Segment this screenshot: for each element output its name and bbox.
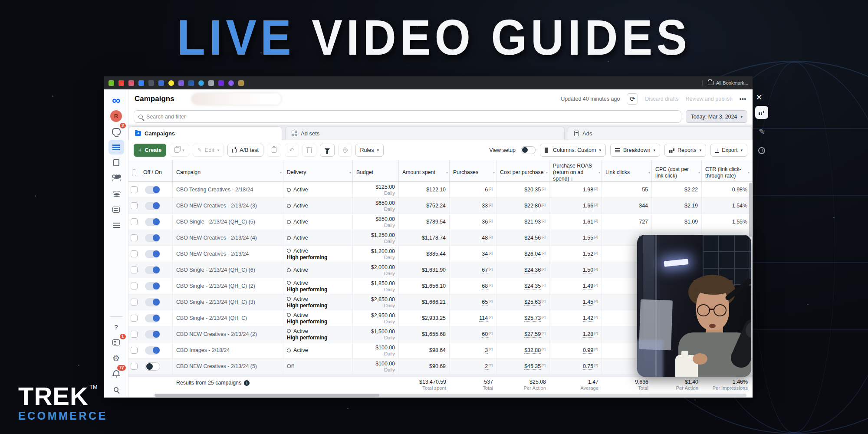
delete-button[interactable] xyxy=(302,144,316,157)
favicon-gmail[interactable] xyxy=(118,80,124,86)
favicon-meta[interactable] xyxy=(138,80,144,86)
edit-rail-button[interactable]: ✎ xyxy=(755,125,768,138)
select-all-checkbox[interactable] xyxy=(132,169,136,176)
discard-drafts-button[interactable]: Discard drafts xyxy=(645,96,678,102)
row-checkbox[interactable] xyxy=(131,234,138,241)
history-rail-button[interactable] xyxy=(755,144,768,157)
favicon-purple-z[interactable] xyxy=(178,80,184,86)
favicon-snapchat[interactable] xyxy=(168,80,174,86)
metric-value[interactable]: 1.28 xyxy=(583,331,593,338)
metric-value[interactable]: 48 xyxy=(482,235,488,241)
favicon-navy-app[interactable] xyxy=(148,80,154,86)
campaign-name-link[interactable]: CBO Single - 2/13/24 (QH_C) (3) xyxy=(176,299,279,305)
column-header-ctr[interactable]: CTR (link click-through rate)▾ xyxy=(702,160,751,185)
reports-button[interactable]: Reports▾ xyxy=(664,144,706,157)
campaign-toggle[interactable] xyxy=(145,298,160,306)
edit-button[interactable]: ✎Edit▾ xyxy=(193,144,224,157)
campaign-toggle[interactable] xyxy=(145,202,160,210)
rules-button[interactable]: Rules▾ xyxy=(355,144,384,157)
columns-button[interactable]: Columns: Custom▾ xyxy=(540,144,606,157)
filter-funnel-button[interactable] xyxy=(320,144,335,157)
row-checkbox[interactable] xyxy=(131,331,138,338)
row-checkbox[interactable] xyxy=(131,363,138,370)
sidebar-item-updates[interactable]: 1 xyxy=(108,335,124,350)
row-checkbox[interactable] xyxy=(131,218,138,225)
metric-value[interactable]: 60 xyxy=(482,331,488,338)
campaign-name-link[interactable]: CBO NEW Creatives - 2/13/24 xyxy=(176,251,279,257)
favicon-green-play[interactable] xyxy=(108,80,114,86)
campaign-toggle[interactable] xyxy=(145,314,160,322)
tab-campaigns[interactable]: Campaigns xyxy=(128,126,282,140)
metric-value[interactable]: 1.52 xyxy=(583,251,593,257)
review-publish-button[interactable]: Review and publish xyxy=(685,96,732,102)
row-checkbox[interactable] xyxy=(131,250,138,257)
campaign-toggle[interactable] xyxy=(145,218,160,226)
column-header-link[interactable]: Link clicks▾ xyxy=(602,160,652,185)
favicon-blue-shield[interactable] xyxy=(158,80,164,86)
vertical-scrollbar[interactable] xyxy=(749,183,752,237)
tab-ads[interactable]: Ads xyxy=(568,126,753,140)
sidebar-item-pages[interactable] xyxy=(108,155,124,170)
metric-value[interactable]: 1.50 xyxy=(583,267,593,273)
metric-value[interactable]: $26.04 xyxy=(524,251,541,257)
metric-value[interactable]: $24.56 xyxy=(524,235,541,241)
row-checkbox[interactable] xyxy=(131,186,138,193)
column-header-amount[interactable]: Amount spent▾ xyxy=(399,160,450,185)
column-header-purchases[interactable]: Purchases▾ xyxy=(450,160,496,185)
sidebar-item-settings[interactable]: ⚙ xyxy=(108,351,124,365)
column-header-off[interactable]: Off / On xyxy=(140,160,173,185)
sidebar-item-billing[interactable] xyxy=(108,187,124,201)
row-checkbox[interactable] xyxy=(131,202,138,209)
campaign-name-link[interactable]: CBO Single - 2/13/24 (QH_C) (2) xyxy=(176,283,279,289)
sidebar-item-campaigns[interactable] xyxy=(108,140,124,155)
metric-value[interactable]: 1.98 xyxy=(583,187,593,193)
campaign-name-link[interactable]: CBO Images - 2/18/24 xyxy=(176,347,279,353)
metric-value[interactable]: 1.45 xyxy=(583,299,593,306)
metric-value[interactable]: $21.93 xyxy=(524,219,541,225)
row-checkbox[interactable] xyxy=(131,347,138,354)
campaign-name-link[interactable]: CBO Testing Creatives - 2/18/24 xyxy=(176,187,279,193)
favicon-blue-circle[interactable] xyxy=(198,80,204,86)
metric-value[interactable]: 67 xyxy=(482,267,488,273)
duplicate-button[interactable]: ▾ xyxy=(170,144,189,157)
column-header-cost[interactable]: Cost per purchase▾ xyxy=(496,160,549,185)
more-menu-button[interactable]: ••• xyxy=(740,96,746,102)
metric-value[interactable]: 1.55 xyxy=(583,235,593,241)
metric-value[interactable]: 0.99 xyxy=(583,347,593,354)
tab-ad-sets[interactable]: Ad sets xyxy=(285,126,565,140)
campaign-name-link[interactable]: CBO Single - 2/13/24 (QH_C) (5) xyxy=(176,219,279,225)
column-header-delivery[interactable]: Delivery▾ xyxy=(283,160,353,185)
info-icon[interactable]: i xyxy=(244,380,250,386)
row-checkbox[interactable] xyxy=(131,315,138,322)
metric-value[interactable]: 36 xyxy=(482,219,488,225)
campaign-name-link[interactable]: CBO Single - 2/13/24 (QH_C) (6) xyxy=(176,267,279,273)
sidebar-item-all-tools[interactable] xyxy=(108,218,124,233)
metric-value[interactable]: $20.35 xyxy=(524,187,541,193)
metric-value[interactable]: 33 xyxy=(482,203,488,209)
favicon-paypal[interactable] xyxy=(188,80,194,86)
metric-value[interactable]: 34 xyxy=(482,251,488,257)
breakdown-button[interactable]: Breakdown▾ xyxy=(610,144,660,157)
sidebar-item-reporting[interactable] xyxy=(108,202,124,217)
search-input[interactable]: Search and filter xyxy=(134,110,681,123)
campaign-name-link[interactable]: CBO NEW Creatives - 2/13/24 (4) xyxy=(176,235,279,241)
metric-value[interactable]: 1.49 xyxy=(583,283,593,289)
metric-value[interactable]: 2 xyxy=(485,363,488,370)
metric-value[interactable]: $45.35 xyxy=(524,363,541,370)
row-checkbox[interactable] xyxy=(131,283,138,289)
campaign-name-link[interactable]: CBO NEW Creatives - 2/13/24 (3) xyxy=(176,203,279,209)
metric-value[interactable]: $25.63 xyxy=(524,299,541,306)
metric-value[interactable]: 68 xyxy=(482,283,488,289)
sidebar-item-help[interactable]: ? xyxy=(108,319,124,334)
favicon-purple-circle[interactable] xyxy=(228,80,234,86)
create-button[interactable]: +Create xyxy=(134,144,166,157)
export-button[interactable]: ↓Export▾ xyxy=(710,144,747,157)
tag-button[interactable] xyxy=(338,144,352,157)
view-setup-toggle[interactable] xyxy=(521,146,536,154)
metric-value[interactable]: $27.59 xyxy=(524,331,541,338)
account-avatar[interactable]: R xyxy=(108,108,124,123)
column-header-purchase[interactable]: Purchase ROAS (return on ad spend)↓▾ xyxy=(549,160,602,185)
campaign-toggle[interactable] xyxy=(145,266,160,274)
metric-value[interactable]: $32.88 xyxy=(524,347,541,354)
metric-value[interactable]: 65 xyxy=(482,299,488,306)
